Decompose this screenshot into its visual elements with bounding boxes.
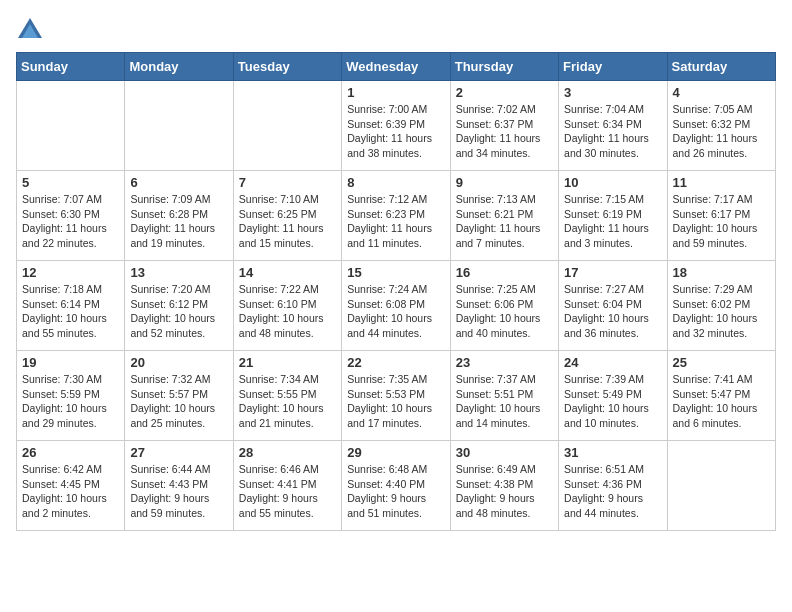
calendar-cell: 24Sunrise: 7:39 AMSunset: 5:49 PMDayligh… <box>559 351 667 441</box>
day-info: Sunrise: 7:41 AMSunset: 5:47 PMDaylight:… <box>673 372 770 431</box>
day-number: 20 <box>130 355 227 370</box>
day-info: Sunrise: 7:35 AMSunset: 5:53 PMDaylight:… <box>347 372 444 431</box>
day-number: 31 <box>564 445 661 460</box>
day-number: 23 <box>456 355 553 370</box>
calendar-cell: 29Sunrise: 6:48 AMSunset: 4:40 PMDayligh… <box>342 441 450 531</box>
calendar-cell: 25Sunrise: 7:41 AMSunset: 5:47 PMDayligh… <box>667 351 775 441</box>
calendar-cell: 1Sunrise: 7:00 AMSunset: 6:39 PMDaylight… <box>342 81 450 171</box>
day-info: Sunrise: 7:15 AMSunset: 6:19 PMDaylight:… <box>564 192 661 251</box>
calendar-cell: 9Sunrise: 7:13 AMSunset: 6:21 PMDaylight… <box>450 171 558 261</box>
calendar-cell: 15Sunrise: 7:24 AMSunset: 6:08 PMDayligh… <box>342 261 450 351</box>
day-info: Sunrise: 7:13 AMSunset: 6:21 PMDaylight:… <box>456 192 553 251</box>
day-number: 29 <box>347 445 444 460</box>
calendar-cell: 3Sunrise: 7:04 AMSunset: 6:34 PMDaylight… <box>559 81 667 171</box>
day-number: 22 <box>347 355 444 370</box>
calendar-cell: 5Sunrise: 7:07 AMSunset: 6:30 PMDaylight… <box>17 171 125 261</box>
day-info: Sunrise: 7:00 AMSunset: 6:39 PMDaylight:… <box>347 102 444 161</box>
calendar-cell: 17Sunrise: 7:27 AMSunset: 6:04 PMDayligh… <box>559 261 667 351</box>
day-number: 10 <box>564 175 661 190</box>
day-info: Sunrise: 6:49 AMSunset: 4:38 PMDaylight:… <box>456 462 553 521</box>
day-info: Sunrise: 7:04 AMSunset: 6:34 PMDaylight:… <box>564 102 661 161</box>
calendar-cell: 11Sunrise: 7:17 AMSunset: 6:17 PMDayligh… <box>667 171 775 261</box>
day-info: Sunrise: 6:46 AMSunset: 4:41 PMDaylight:… <box>239 462 336 521</box>
calendar-cell <box>17 81 125 171</box>
day-number: 14 <box>239 265 336 280</box>
day-info: Sunrise: 7:20 AMSunset: 6:12 PMDaylight:… <box>130 282 227 341</box>
day-number: 3 <box>564 85 661 100</box>
calendar-table: SundayMondayTuesdayWednesdayThursdayFrid… <box>16 52 776 531</box>
calendar-cell: 7Sunrise: 7:10 AMSunset: 6:25 PMDaylight… <box>233 171 341 261</box>
calendar-cell: 21Sunrise: 7:34 AMSunset: 5:55 PMDayligh… <box>233 351 341 441</box>
calendar-cell: 23Sunrise: 7:37 AMSunset: 5:51 PMDayligh… <box>450 351 558 441</box>
day-number: 1 <box>347 85 444 100</box>
calendar-cell <box>125 81 233 171</box>
day-info: Sunrise: 7:39 AMSunset: 5:49 PMDaylight:… <box>564 372 661 431</box>
day-number: 18 <box>673 265 770 280</box>
day-info: Sunrise: 6:44 AMSunset: 4:43 PMDaylight:… <box>130 462 227 521</box>
day-info: Sunrise: 7:02 AMSunset: 6:37 PMDaylight:… <box>456 102 553 161</box>
day-number: 11 <box>673 175 770 190</box>
calendar-cell: 16Sunrise: 7:25 AMSunset: 6:06 PMDayligh… <box>450 261 558 351</box>
day-info: Sunrise: 6:42 AMSunset: 4:45 PMDaylight:… <box>22 462 119 521</box>
week-row-3: 12Sunrise: 7:18 AMSunset: 6:14 PMDayligh… <box>17 261 776 351</box>
day-info: Sunrise: 7:09 AMSunset: 6:28 PMDaylight:… <box>130 192 227 251</box>
week-row-2: 5Sunrise: 7:07 AMSunset: 6:30 PMDaylight… <box>17 171 776 261</box>
calendar-cell: 18Sunrise: 7:29 AMSunset: 6:02 PMDayligh… <box>667 261 775 351</box>
calendar-cell <box>667 441 775 531</box>
day-number: 6 <box>130 175 227 190</box>
days-header-row: SundayMondayTuesdayWednesdayThursdayFrid… <box>17 53 776 81</box>
calendar-cell: 2Sunrise: 7:02 AMSunset: 6:37 PMDaylight… <box>450 81 558 171</box>
day-number: 16 <box>456 265 553 280</box>
day-info: Sunrise: 7:29 AMSunset: 6:02 PMDaylight:… <box>673 282 770 341</box>
calendar-cell: 27Sunrise: 6:44 AMSunset: 4:43 PMDayligh… <box>125 441 233 531</box>
day-info: Sunrise: 7:34 AMSunset: 5:55 PMDaylight:… <box>239 372 336 431</box>
day-info: Sunrise: 7:32 AMSunset: 5:57 PMDaylight:… <box>130 372 227 431</box>
day-header-saturday: Saturday <box>667 53 775 81</box>
day-info: Sunrise: 7:18 AMSunset: 6:14 PMDaylight:… <box>22 282 119 341</box>
day-info: Sunrise: 7:05 AMSunset: 6:32 PMDaylight:… <box>673 102 770 161</box>
day-number: 8 <box>347 175 444 190</box>
calendar-cell: 10Sunrise: 7:15 AMSunset: 6:19 PMDayligh… <box>559 171 667 261</box>
day-number: 7 <box>239 175 336 190</box>
calendar-cell: 28Sunrise: 6:46 AMSunset: 4:41 PMDayligh… <box>233 441 341 531</box>
day-header-sunday: Sunday <box>17 53 125 81</box>
calendar-cell: 14Sunrise: 7:22 AMSunset: 6:10 PMDayligh… <box>233 261 341 351</box>
logo-icon <box>16 16 44 44</box>
day-info: Sunrise: 6:51 AMSunset: 4:36 PMDaylight:… <box>564 462 661 521</box>
day-number: 17 <box>564 265 661 280</box>
calendar-cell: 4Sunrise: 7:05 AMSunset: 6:32 PMDaylight… <box>667 81 775 171</box>
day-number: 5 <box>22 175 119 190</box>
day-number: 25 <box>673 355 770 370</box>
calendar-cell: 8Sunrise: 7:12 AMSunset: 6:23 PMDaylight… <box>342 171 450 261</box>
day-number: 2 <box>456 85 553 100</box>
week-row-4: 19Sunrise: 7:30 AMSunset: 5:59 PMDayligh… <box>17 351 776 441</box>
day-number: 30 <box>456 445 553 460</box>
day-number: 28 <box>239 445 336 460</box>
calendar-cell <box>233 81 341 171</box>
calendar-cell: 20Sunrise: 7:32 AMSunset: 5:57 PMDayligh… <box>125 351 233 441</box>
day-header-tuesday: Tuesday <box>233 53 341 81</box>
page-header <box>16 16 776 44</box>
day-number: 21 <box>239 355 336 370</box>
day-info: Sunrise: 7:30 AMSunset: 5:59 PMDaylight:… <box>22 372 119 431</box>
calendar-cell: 19Sunrise: 7:30 AMSunset: 5:59 PMDayligh… <box>17 351 125 441</box>
day-header-thursday: Thursday <box>450 53 558 81</box>
day-number: 24 <box>564 355 661 370</box>
calendar-cell: 13Sunrise: 7:20 AMSunset: 6:12 PMDayligh… <box>125 261 233 351</box>
day-header-friday: Friday <box>559 53 667 81</box>
day-info: Sunrise: 7:17 AMSunset: 6:17 PMDaylight:… <box>673 192 770 251</box>
day-info: Sunrise: 7:37 AMSunset: 5:51 PMDaylight:… <box>456 372 553 431</box>
calendar-cell: 6Sunrise: 7:09 AMSunset: 6:28 PMDaylight… <box>125 171 233 261</box>
day-header-monday: Monday <box>125 53 233 81</box>
week-row-5: 26Sunrise: 6:42 AMSunset: 4:45 PMDayligh… <box>17 441 776 531</box>
day-number: 12 <box>22 265 119 280</box>
day-info: Sunrise: 7:12 AMSunset: 6:23 PMDaylight:… <box>347 192 444 251</box>
day-number: 19 <box>22 355 119 370</box>
calendar-cell: 31Sunrise: 6:51 AMSunset: 4:36 PMDayligh… <box>559 441 667 531</box>
day-number: 27 <box>130 445 227 460</box>
day-number: 13 <box>130 265 227 280</box>
day-number: 26 <box>22 445 119 460</box>
logo <box>16 16 48 44</box>
day-header-wednesday: Wednesday <box>342 53 450 81</box>
day-number: 4 <box>673 85 770 100</box>
